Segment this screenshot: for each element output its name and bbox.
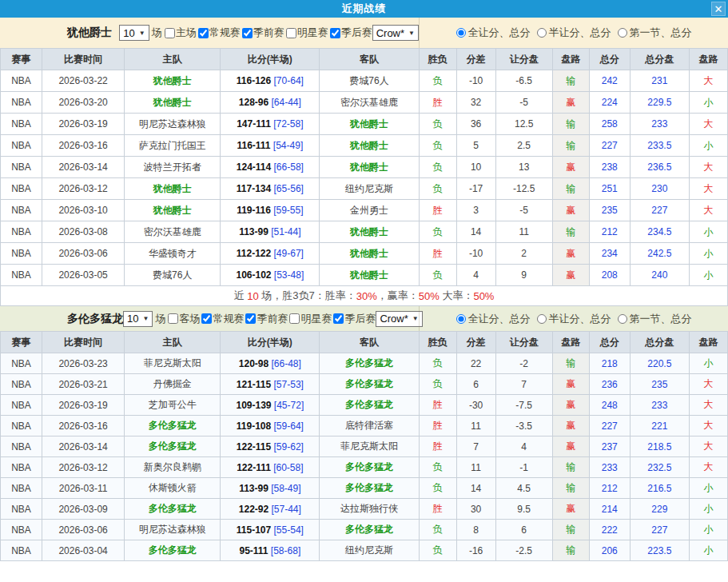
cell-home-team: 密尔沃基雄鹿 <box>125 221 221 243</box>
radio-input[interactable] <box>537 28 547 38</box>
cell-league: NBA <box>1 478 42 499</box>
cell-win-loss: 负 <box>419 520 456 540</box>
filter-checkbox[interactable]: 主场 <box>163 26 197 40</box>
filter-checkbox[interactable]: 季后赛 <box>332 312 376 326</box>
radio-input[interactable] <box>618 28 627 38</box>
column-header: 分差 <box>456 332 495 353</box>
half-score: [60-58] <box>273 462 303 473</box>
cell-away-team: 犹他爵士 <box>320 221 419 243</box>
full-score: 122-115 <box>237 441 271 452</box>
cell-win-loss: 负 <box>419 478 456 499</box>
close-icon: ✕ <box>714 4 723 14</box>
column-header: 客队 <box>320 332 419 353</box>
cell-home-team: 犹他爵士 <box>125 200 221 221</box>
filter-checkbox[interactable]: 常规赛 <box>200 312 244 326</box>
line-type-radio[interactable]: 全让分、总分 <box>456 26 531 40</box>
cell-total-line: 229 <box>630 499 689 520</box>
line-type-radio[interactable]: 第一节、总分 <box>618 26 692 40</box>
checkbox-input[interactable] <box>286 28 296 38</box>
checkbox-input[interactable] <box>165 28 175 38</box>
cell-total: 218 <box>589 353 630 374</box>
cell-win-loss: 负 <box>419 70 456 92</box>
radio-input[interactable] <box>537 314 547 324</box>
column-header: 比赛时间 <box>42 332 125 353</box>
filter-left: 犹他爵士 10 ▼ 场 主场常规赛季前赛明星赛季后赛 Crow* ▼ <box>0 18 419 48</box>
cell-handicap: -3.5 <box>495 416 552 436</box>
table-row: NBA2026-03-21丹佛掘金121-115 [57-53]多伦多猛龙负67… <box>1 374 728 395</box>
cell-over-under: 小 <box>689 353 727 374</box>
cell-total-line: 233 <box>630 114 689 135</box>
results-table: 赛事比赛时间主队比分(半场)客队胜负分差让分盘盘路总分总分盘盘路 NBA2026… <box>0 48 728 286</box>
cell-home-team: 犹他爵士 <box>125 70 221 92</box>
checkbox-label: 明星赛 <box>300 312 332 326</box>
cell-away-team: 多伦多猛龙 <box>320 457 419 478</box>
checkbox-input[interactable] <box>198 28 209 38</box>
cell-handicap: 4.5 <box>495 478 552 499</box>
cell-total: 242 <box>589 70 630 92</box>
full-score: 121-115 <box>237 379 271 390</box>
checkbox-input[interactable] <box>242 28 253 38</box>
cell-handicap-result: 输 <box>552 478 589 499</box>
cell-total-line: 230 <box>630 178 689 200</box>
cell-league: NBA <box>1 499 42 520</box>
radio-input[interactable] <box>456 314 466 324</box>
cell-total-line: 235 <box>630 374 689 395</box>
cell-date: 2026-03-05 <box>42 265 125 286</box>
checkbox-input[interactable] <box>330 28 340 38</box>
table-row: NBA2026-03-16萨克拉门托国王116-111 [54-49]犹他爵士负… <box>1 135 728 157</box>
close-button[interactable]: ✕ <box>711 2 726 16</box>
filter-checkbox[interactable]: 明星赛 <box>284 26 328 40</box>
filter-checkbox[interactable]: 季前赛 <box>241 26 284 40</box>
line-type-radio[interactable]: 半让分、总分 <box>537 26 611 40</box>
line-type-radio[interactable]: 第一节、总分 <box>618 312 692 326</box>
full-score: 115-107 <box>237 524 271 536</box>
cell-total: 227 <box>589 416 630 436</box>
games-count-select[interactable]: 10 ▼ <box>119 25 149 41</box>
full-score: 116-126 <box>237 75 271 86</box>
cell-point-diff: -10 <box>456 243 495 265</box>
checkbox-input[interactable] <box>168 313 178 324</box>
cell-over-under: 大 <box>689 457 727 478</box>
games-count-select[interactable]: 10 ▼ <box>123 311 153 327</box>
cell-score: 124-114 [66-58] <box>221 157 320 178</box>
cell-over-under: 大 <box>689 416 727 436</box>
cell-point-diff: 32 <box>456 92 495 114</box>
filter-checkbox[interactable]: 明星赛 <box>288 312 332 326</box>
half-score: [59-64] <box>274 421 304 432</box>
cell-home-team: 多伦多猛龙 <box>125 540 221 561</box>
checkbox-input[interactable] <box>289 313 300 324</box>
cell-handicap-result: 输 <box>552 540 589 561</box>
cell-score: 117-134 [65-56] <box>221 178 320 200</box>
cell-over-under: 大 <box>689 178 727 200</box>
source-select[interactable]: Crow* ▼ <box>376 311 422 327</box>
line-type-radio[interactable]: 半让分、总分 <box>537 312 611 326</box>
cell-date: 2026-03-12 <box>42 457 125 478</box>
filter-checkbox[interactable]: 季前赛 <box>244 312 288 326</box>
checkbox-input[interactable] <box>333 313 344 324</box>
cell-over-under: 小 <box>689 135 727 157</box>
filter-checkbox[interactable]: 常规赛 <box>197 26 241 40</box>
cell-over-under: 大 <box>689 395 727 416</box>
column-header: 总分 <box>589 49 630 70</box>
checkbox-input[interactable] <box>201 313 212 324</box>
full-score: 117-134 <box>237 183 271 194</box>
half-score: [55-54] <box>274 524 304 536</box>
half-score: [58-68] <box>271 545 300 556</box>
radio-input[interactable] <box>456 28 466 38</box>
cell-total-line: 236.5 <box>630 157 689 178</box>
filter-checkbox[interactable]: 客场 <box>166 312 200 326</box>
cell-handicap: 9.5 <box>495 499 552 520</box>
filter-checkbox[interactable]: 季后赛 <box>328 26 372 40</box>
radio-input[interactable] <box>618 314 627 324</box>
table-row: NBA2026-03-12新奥尔良鹈鹕122-111 [60-58]多伦多猛龙负… <box>1 457 728 478</box>
cell-handicap: 2.5 <box>495 135 552 157</box>
cell-handicap: -5 <box>495 92 552 114</box>
checkbox-label: 客场 <box>179 312 200 326</box>
line-type-radio[interactable]: 全让分、总分 <box>456 312 531 326</box>
cell-point-diff: 6 <box>456 374 495 395</box>
full-score: 122-92 <box>239 504 269 515</box>
cell-point-diff: 10 <box>456 157 495 178</box>
source-select[interactable]: Crow* ▼ <box>372 25 419 41</box>
cell-total-line: 223.5 <box>630 540 689 561</box>
checkbox-input[interactable] <box>245 313 256 324</box>
